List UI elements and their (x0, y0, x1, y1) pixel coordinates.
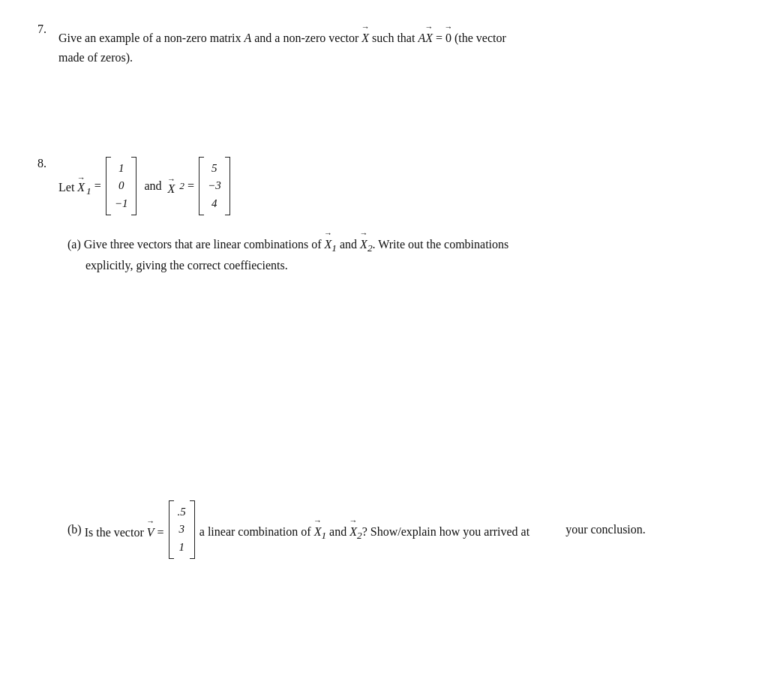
bracket-left-v (169, 500, 174, 559)
sub-b-label: (b) (68, 520, 82, 539)
sub-a-text: Give three vectors that are linear combi… (68, 238, 508, 272)
x1-val-3: −1 (115, 195, 128, 212)
x1-values: 1 0 −1 (111, 157, 132, 215)
sub-b-post: a linear combination of X1 and X2? Show/… (200, 516, 530, 544)
x1-val-2: 0 (118, 177, 124, 194)
subproblem-a: (a) Give three vectors that are linear c… (68, 229, 730, 275)
x2-values: 5 −3 4 (204, 157, 225, 215)
equals-1: = (94, 179, 101, 193)
vector-ax: X (425, 23, 433, 48)
page: 7. Give an example of a non-zero matrix … (38, 23, 730, 559)
vector-v: V (147, 517, 154, 542)
v-val-2: 3 (178, 521, 184, 538)
x2-ref-b: X (350, 516, 357, 542)
problem-7-number: 7. (38, 23, 58, 36)
bracket-right-v (190, 500, 195, 559)
x2-val-3: 4 (212, 195, 218, 212)
bracket-right-x2 (225, 157, 230, 215)
and-text: and (144, 179, 161, 193)
zero-vector: 0 (446, 23, 452, 48)
problem-8-number: 8. (38, 157, 58, 170)
matrix-a: A (244, 32, 251, 44)
x2-label: X (168, 176, 176, 196)
equals-2: = (188, 179, 194, 193)
vector-v-values: .5 3 1 (169, 500, 195, 559)
x2-val-1: 5 (212, 160, 218, 177)
bracket-right-x1 (131, 157, 136, 215)
x2-ref-a: X (360, 229, 368, 254)
problem-7-text: Give an example of a non-zero matrix A a… (58, 23, 506, 67)
let-text: Let X1 (58, 175, 92, 197)
x1-val-1: 1 (118, 160, 124, 177)
x1-label: X (77, 175, 85, 194)
bracket-left-x2 (199, 157, 204, 215)
vector-x: X (362, 23, 369, 48)
x2-val-2: −3 (208, 177, 221, 194)
v-val-3: 1 (178, 539, 184, 556)
sub-a-label: (a) (68, 238, 84, 251)
v-values: .5 3 1 (174, 500, 190, 559)
vector-x1: 1 0 −1 (106, 157, 137, 215)
problem-8: 8. Let X1 = 1 0 −1 and X2 = (38, 157, 730, 559)
vector-x2: 5 −3 4 (199, 157, 230, 215)
sub-b-conclusion: your conclusion. (566, 520, 646, 539)
sub-b-pre: Is the vector V = (85, 517, 164, 542)
problem-7-header: 7. Give an example of a non-zero matrix … (38, 23, 730, 67)
problem-8-intro: 8. Let X1 = 1 0 −1 and X2 = (38, 157, 730, 215)
x1-ref-a: X (325, 229, 332, 254)
problem-7: 7. Give an example of a non-zero matrix … (38, 23, 730, 67)
x1-ref-b: X (314, 516, 322, 542)
v-val-1: .5 (178, 503, 186, 521)
bracket-left-x1 (106, 157, 111, 215)
subproblem-b: (b) Is the vector V = .5 3 1 a linear co… (68, 500, 730, 559)
